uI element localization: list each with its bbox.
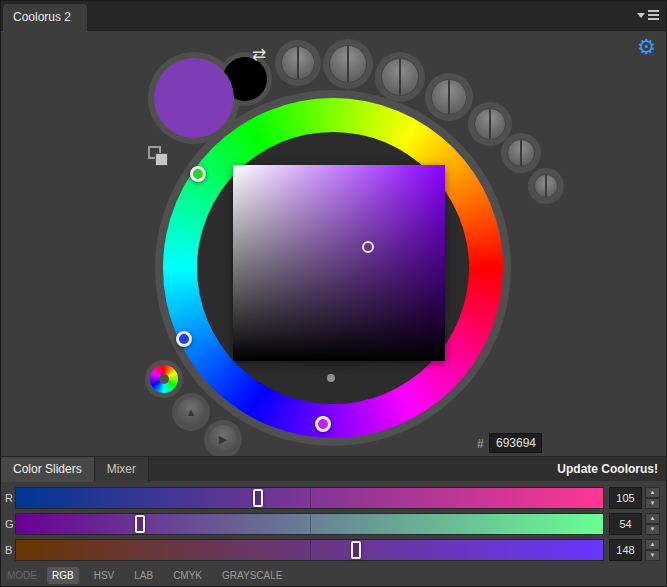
slider-channel-label: R — [5, 487, 13, 509]
stepper-down-icon[interactable]: ▼ — [645, 498, 660, 509]
hex-input[interactable] — [489, 433, 542, 453]
slider-row-g: G 54 ▲ ▼ — [1, 513, 666, 535]
menu-lines-icon — [648, 10, 659, 20]
slider-track[interactable] — [15, 513, 604, 535]
dial-knob-2[interactable] — [329, 45, 367, 83]
slider-track[interactable] — [15, 487, 604, 509]
foreground-swatch[interactable] — [154, 58, 234, 138]
slider-midline — [310, 540, 311, 560]
sv-square[interactable] — [233, 165, 445, 361]
stepper-up-icon[interactable]: ▲ — [645, 539, 660, 550]
mode-option-grayscale[interactable]: GRAYSCALE — [217, 567, 287, 584]
mode-label: MODE — [7, 570, 37, 581]
dial-knob-4[interactable] — [431, 79, 467, 115]
copy-color-icon[interactable] — [148, 146, 174, 172]
panel-menu-icon[interactable] — [637, 10, 659, 20]
mini-color-wheel-button[interactable] — [150, 365, 178, 393]
slider-handle[interactable] — [135, 515, 145, 533]
mode-option-lab[interactable]: LAB — [129, 567, 158, 584]
undo-arrow-icon: ▲ — [186, 406, 197, 418]
slider-handle[interactable] — [351, 541, 361, 559]
panel-tab[interactable]: Coolorus 2 — [3, 4, 87, 31]
dial-knob-7[interactable] — [534, 174, 558, 198]
bottom-tab-strip: Color Sliders Mixer Update Coolorus! — [1, 456, 666, 481]
dial-knob-5[interactable] — [474, 108, 506, 140]
mode-row: MODE RGB HSV LAB CMYK GRAYSCALE — [1, 563, 666, 587]
update-coolorus-button[interactable]: Update Coolorus! — [557, 457, 658, 482]
stepper-down-icon[interactable]: ▼ — [645, 524, 660, 535]
menu-triangle-icon — [637, 13, 645, 18]
slider-value[interactable]: 148 — [609, 539, 642, 561]
mode-option-rgb[interactable]: RGB — [47, 567, 79, 584]
slider-stepper: ▲ ▼ — [645, 539, 660, 561]
slider-track[interactable] — [15, 539, 604, 561]
dial-knob-6[interactable] — [507, 139, 535, 167]
swap-colors-icon[interactable]: ⇄ — [252, 44, 266, 65]
slider-channel-label: G — [5, 513, 14, 535]
play-icon: ▶ — [219, 433, 227, 446]
undo-button[interactable]: ▲ — [177, 398, 205, 426]
slider-midline — [310, 488, 311, 508]
wheel-marker-hue[interactable] — [315, 416, 331, 432]
dial-knob-1[interactable] — [281, 46, 315, 80]
slider-midline — [310, 514, 311, 534]
play-button[interactable]: ▶ — [209, 425, 237, 453]
wheel-handle-dot[interactable] — [327, 374, 335, 382]
tab-mixer[interactable]: Mixer — [95, 457, 149, 482]
copy-color-front-square — [155, 153, 168, 166]
mode-option-hsv[interactable]: HSV — [89, 567, 120, 584]
coolorus-panel: ▲ ▶ ⚙ ⇄ # Coolorus 2 Color Sliders Mixer… — [0, 0, 667, 587]
slider-stepper: ▲ ▼ — [645, 487, 660, 509]
slider-value[interactable]: 105 — [609, 487, 642, 509]
dial-knob-3[interactable] — [381, 58, 419, 96]
slider-section: R 105 ▲ ▼ G 54 ▲ ▼ B — [1, 481, 666, 563]
slider-value[interactable]: 54 — [609, 513, 642, 535]
wheel-marker-blue[interactable] — [176, 331, 192, 347]
slider-row-r: R 105 ▲ ▼ — [1, 487, 666, 509]
sv-cursor[interactable] — [362, 241, 374, 253]
tab-color-sliders[interactable]: Color Sliders — [1, 457, 95, 482]
slider-channel-label: B — [5, 539, 12, 561]
slider-handle[interactable] — [253, 489, 263, 507]
hex-label: # — [477, 437, 484, 451]
slider-row-b: B 148 ▲ ▼ — [1, 539, 666, 561]
stepper-up-icon[interactable]: ▲ — [645, 487, 660, 498]
stepper-up-icon[interactable]: ▲ — [645, 513, 660, 524]
wheel-marker-green[interactable] — [190, 166, 206, 182]
mode-option-cmyk[interactable]: CMYK — [168, 567, 207, 584]
slider-stepper: ▲ ▼ — [645, 513, 660, 535]
panel-titlebar: Coolorus 2 — [1, 1, 666, 31]
settings-gear-icon[interactable]: ⚙ — [637, 36, 656, 57]
stepper-down-icon[interactable]: ▼ — [645, 550, 660, 561]
